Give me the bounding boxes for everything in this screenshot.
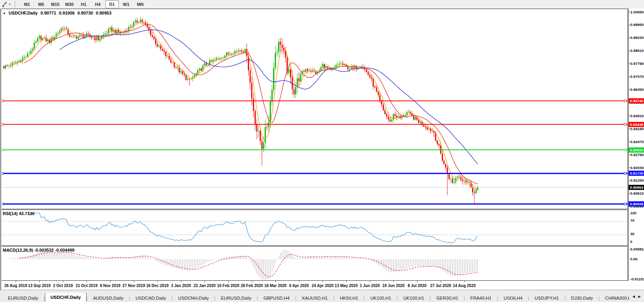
timeframe-button-m5[interactable]: M5 [35,0,48,8]
tab-usdjpy-h1[interactable]: USDJPY,H1 [529,293,565,302]
tab-audusd-daily[interactable]: AUDUSD,Daily [87,293,129,302]
rsi-label: RSI(14) 43.7330 [3,211,35,216]
chart-tools-group[interactable]: ▾ [0,0,12,9]
date-axis-label: 13 Sep 2019 [28,283,50,288]
timeframe-button-mn[interactable]: MN [134,0,147,8]
hline-handle[interactable] [624,123,626,125]
hline-price-label: 0.93024 [629,147,644,153]
price-axis-label: 1.00650 [630,10,644,15]
legend-high: 0.91006 [59,11,75,15]
chart-dropdown-icon[interactable]: ▼ [3,12,6,15]
price-axis-label: 0.94910 [630,114,644,118]
toolbar-grip[interactable] [15,1,18,7]
timeframe-button-m30[interactable]: M30 [63,0,76,8]
rsi-indicator-pane[interactable]: RSI(14) 43.7330 [0,210,628,246]
date-tick [134,281,134,282]
hline-handle[interactable] [624,100,626,102]
price-axis-label: 0.90610 [630,191,644,196]
hline-handle[interactable] [2,203,4,205]
timeframe-buttons: M1M5M15M30H1H4D1W1MN [20,0,148,8]
ma-fast-line [11,22,478,190]
tab-uk100-h1[interactable]: UK100,H1 [365,293,397,302]
timeframe-button-m1[interactable]: M1 [20,0,34,8]
ma-medium-line [24,24,478,184]
date-tick [181,281,181,282]
date-tick [323,281,323,282]
tab-usdchf-daily[interactable]: USDCHF,Daily [45,293,86,302]
timeframe-toolbar: ▾ M1M5M15M30H1H4D1W1MN [0,0,644,9]
hline-price-label: 0.95740 [629,98,644,103]
tab-china300-h1[interactable]: CHINA300,H1 [600,293,629,302]
macd-indicator-pane[interactable]: MACD(12,26,9) -0.003532 -0.004499 [0,246,628,281]
hline-handle[interactable] [2,173,4,175]
price-axis-label: 0.98510 [630,48,644,53]
tab-uk100-h1[interactable]: UK100,H1 [398,293,430,302]
price-axis-label: 0.97070 [630,74,644,79]
macd-signal-line [19,252,478,277]
date-axis[interactable]: 26 Aug 201913 Sep 20192 Oct 201921 Oct 2… [0,281,628,290]
tab-eurusd-daily[interactable]: EURUSD,Daily [216,293,257,302]
timeframe-button-h1[interactable]: H1 [77,0,90,8]
trading-platform-window: ▾ M1M5M15M30H1H4D1W1MN ▼ USDCHF,Daily 0.… [0,0,644,302]
chevron-down-icon[interactable]: ▾ [9,3,11,6]
price-axis-tick [629,90,630,90]
timeframe-button-h4[interactable]: H4 [91,0,105,8]
date-axis-label: 27 Jul 2020 [430,283,451,288]
price-axis-tick [629,77,630,77]
hline-handle[interactable] [624,149,626,151]
price-axis[interactable]: 1.006500.999500.992300.985100.977900.970… [628,9,644,281]
date-tick [393,281,394,282]
legend-close: 0.90953 [96,11,112,15]
price-axis-label: 0.96350 [630,87,644,92]
hline-handle[interactable] [2,149,4,151]
date-axis-label: 26 Aug 2019 [4,283,27,288]
macd-axis-label: -0.01151 [630,277,644,282]
date-axis-label: 8 Nov 2019 [100,283,120,288]
date-axis-label: 14 Aug 2020 [453,283,476,288]
date-tick [39,281,40,282]
tab-fra40-h1[interactable]: FRA40,H1 [465,293,497,302]
window-left-frame [0,9,2,290]
date-axis-label: 16 Dec 2019 [146,283,168,288]
tab-scroll-left-icon[interactable]: ◀ [632,295,635,298]
hline-handle[interactable] [624,173,626,175]
candlestick-chart[interactable] [0,9,627,208]
timeframe-button-m15[interactable]: M15 [49,0,62,8]
tab-hk50-h1[interactable]: HK50,H1 [334,293,364,302]
tab-ger30-h1[interactable]: GER30,H1 [431,293,464,302]
tab-dj30-daily[interactable]: DJ30,Daily [566,293,599,302]
tab-eurusd-daily[interactable]: EURUSD,Daily [2,293,44,302]
hline-handle[interactable] [624,203,626,205]
tab-usdcnh-daily[interactable]: USDCNH,Daily [173,293,214,302]
tab-usoil-h4[interactable]: USOil,H4 [498,293,528,302]
macd-histogram-chart [0,247,627,280]
date-axis-label: 22 Jan 2020 [194,283,216,288]
date-tick [157,281,158,282]
date-axis-label: 21 Oct 2019 [76,283,98,288]
date-tick [275,281,276,282]
chart-cursor-icon[interactable] [2,1,8,7]
hline-handle[interactable] [2,100,4,102]
timeframe-button-w1[interactable]: W1 [120,0,133,8]
hline-price-label: 0.94436 [629,122,644,127]
date-axis-label: 10 Feb 2020 [217,283,240,288]
price-axis-tick [629,180,630,180]
date-axis-label: 1 Jun 2020 [360,283,380,288]
date-tick [110,281,111,282]
price-axis-tick [629,193,630,193]
tab-scroll-right-icon[interactable]: ▶ [638,295,641,298]
timeframe-button-d1[interactable]: D1 [105,0,119,8]
tab-xauusd-h1[interactable]: XAUUSD,H1 [296,293,333,302]
last-price-label: 0.90953 [629,185,644,190]
hline-price-label: 0.91720 [629,171,644,176]
main-chart-pane[interactable]: ▼ USDCHF,Daily 0.90771 0.91006 0.90730 0… [0,9,628,209]
date-axis-label: 28 Feb 2020 [241,283,263,288]
macd-label: MACD(12,26,9) -0.003532 -0.004499 [3,248,74,252]
tab-usdcad-daily[interactable]: USDCAD,Daily [130,293,172,302]
date-tick [441,281,441,282]
tab-gbpusd-h4[interactable]: GBPUSD,H4 [258,293,295,302]
price-axis-tick [629,51,630,51]
hline-handle[interactable] [2,123,4,125]
price-axis-tick [629,155,630,155]
price-axis-tick [629,12,630,12]
